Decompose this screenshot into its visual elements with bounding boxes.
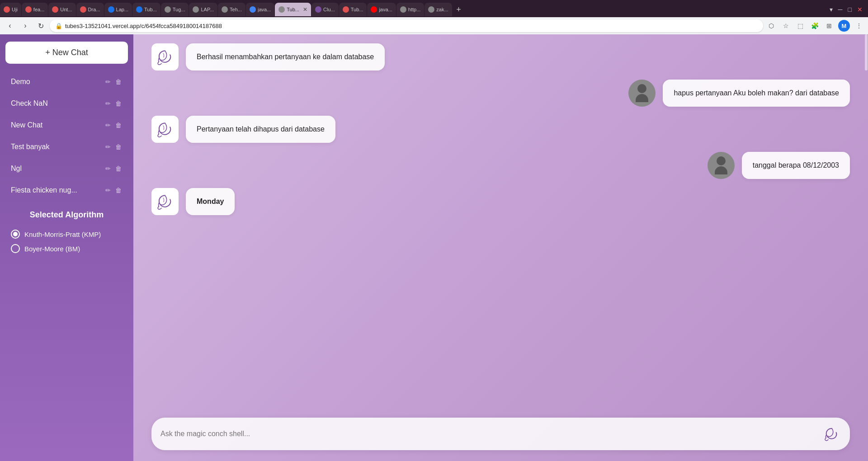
tab-favicon xyxy=(222,6,228,13)
tab-favicon xyxy=(250,6,256,13)
radio-bm[interactable] xyxy=(11,244,20,253)
radio-inner xyxy=(13,232,18,236)
tab-list-btn[interactable]: ▾ xyxy=(830,6,833,13)
tab-t9[interactable]: Teh... xyxy=(218,3,245,16)
edit-chat-btn[interactable]: ✏ xyxy=(104,164,112,173)
tab-label: Tub... xyxy=(144,7,157,12)
sidebar-item-demo[interactable]: Demo ✏ 🗑 xyxy=(5,71,128,93)
forward-button[interactable]: › xyxy=(19,19,32,32)
reload-button[interactable]: ↻ xyxy=(34,19,47,32)
tab-label: Clu... xyxy=(323,7,335,12)
maximize-btn[interactable]: □ xyxy=(848,6,852,13)
send-button[interactable] xyxy=(823,425,841,443)
cast-icon[interactable]: ⬡ xyxy=(766,20,777,31)
close-btn[interactable]: ✕ xyxy=(857,6,863,13)
chat-item-label: Check NaN xyxy=(11,99,101,108)
address-input[interactable]: 🔒 tubes3-13521041.vercel.app/c/6454fcca5… xyxy=(50,19,763,32)
tab-close-btn[interactable]: ✕ xyxy=(303,6,307,13)
tab-t12[interactable]: Clu... xyxy=(311,3,339,16)
minimize-btn[interactable]: ─ xyxy=(838,6,843,13)
sidebar: + New Chat Demo ✏ 🗑 Check NaN ✏ 🗑 New Ch… xyxy=(0,34,133,461)
chat-item-actions: ✏ 🗑 xyxy=(104,186,123,195)
tab-search-icon[interactable]: ⬚ xyxy=(795,20,806,31)
message-bubble: Monday xyxy=(186,188,235,215)
bookmark-icon[interactable]: ☆ xyxy=(780,20,791,31)
scrollbar[interactable] xyxy=(864,34,868,461)
tab-t7[interactable]: Tug... xyxy=(161,3,189,16)
chat-item-label: Demo xyxy=(11,78,101,86)
tab-controls: ▾ ─ □ ✕ xyxy=(830,6,868,13)
tab-label: Tub... xyxy=(351,7,363,12)
chat-item-actions: ✏ 🗑 xyxy=(104,121,123,130)
new-chat-button[interactable]: + New Chat xyxy=(5,42,128,64)
algorithm-label-kmp: Knuth-Morris-Pratt (KMP) xyxy=(24,230,101,238)
menu-icon[interactable]: ⋮ xyxy=(854,20,864,31)
tab-t6[interactable]: Tub... xyxy=(132,3,160,16)
sidebar-item-check-nan[interactable]: Check NaN ✏ 🗑 xyxy=(5,93,128,114)
delete-chat-btn[interactable]: 🗑 xyxy=(114,186,123,195)
tab-t11[interactable]: Tub... ✕ xyxy=(275,3,311,16)
tab-t13[interactable]: Tub... xyxy=(339,3,367,16)
chat-input[interactable] xyxy=(160,430,817,438)
edit-chat-btn[interactable]: ✏ xyxy=(104,121,112,130)
tab-t1[interactable]: Uji xyxy=(0,3,21,16)
sidebar-item-ngl[interactable]: Ngl ✏ 🗑 xyxy=(5,158,128,179)
tab-t3[interactable]: Unt... xyxy=(48,3,75,16)
delete-chat-btn[interactable]: 🗑 xyxy=(114,142,123,151)
tab-label: java... xyxy=(258,7,271,12)
tab-favicon xyxy=(428,6,434,13)
sidebar-item-test-banyak[interactable]: Test banyak ✏ 🗑 xyxy=(5,136,128,158)
message-row-m2: hapus pertanyaan Aku boleh makan? dari d… xyxy=(151,80,850,107)
tab-label: fea... xyxy=(33,7,44,12)
chat-item-actions: ✏ 🗑 xyxy=(104,77,123,86)
chat-main: Berhasil menambahkan pertanyaan ke dalam… xyxy=(133,34,868,461)
sidebar-item-new-chat[interactable]: New Chat ✏ 🗑 xyxy=(5,114,128,136)
tab-label: zak... xyxy=(436,7,448,12)
tab-favicon xyxy=(315,6,321,13)
radio-kmp[interactable] xyxy=(11,230,20,239)
chat-item-label: Test banyak xyxy=(11,143,101,151)
scrollbar-thumb[interactable] xyxy=(865,34,868,71)
tab-t4[interactable]: Dra... xyxy=(76,3,104,16)
algorithm-option-kmp[interactable]: Knuth-Morris-Pratt (KMP) xyxy=(5,227,128,241)
edit-chat-btn[interactable]: ✏ xyxy=(104,186,112,195)
tab-t14[interactable]: java... xyxy=(367,3,396,16)
delete-chat-btn[interactable]: 🗑 xyxy=(114,77,123,86)
delete-chat-btn[interactable]: 🗑 xyxy=(114,164,123,173)
delete-chat-btn[interactable]: 🗑 xyxy=(114,121,123,130)
delete-chat-btn[interactable]: 🗑 xyxy=(114,99,123,108)
chat-item-actions: ✏ 🗑 xyxy=(104,142,123,151)
chat-item-actions: ✏ 🗑 xyxy=(104,99,123,108)
tab-label: Tub... xyxy=(287,7,299,12)
bot-avatar xyxy=(151,116,179,143)
message-bubble: hapus pertanyaan Aku boleh makan? dari d… xyxy=(663,80,850,107)
tab-t10[interactable]: java... xyxy=(246,3,274,16)
user-figure xyxy=(715,156,727,174)
user-figure xyxy=(636,84,648,102)
user-body xyxy=(715,166,727,174)
tab-favicon xyxy=(400,6,406,13)
extensions-icon[interactable]: 🧩 xyxy=(809,20,820,31)
back-button[interactable]: ‹ xyxy=(4,19,16,32)
sidebar-item-fiesta[interactable]: Fiesta chicken nug... ✏ 🗑 xyxy=(5,179,128,201)
new-tab-button[interactable]: + xyxy=(453,3,465,16)
algorithm-label-bm: Boyer-Moore (BM) xyxy=(24,245,80,253)
address-right-icons: ⬡ ☆ ⬚ 🧩 ⊞ M ⋮ xyxy=(766,20,864,32)
algorithm-option-bm[interactable]: Boyer-Moore (BM) xyxy=(5,241,128,256)
messages-area: Berhasil menambahkan pertanyaan ke dalam… xyxy=(133,34,868,410)
edit-chat-btn[interactable]: ✏ xyxy=(104,142,112,151)
tab-t5[interactable]: Lap... xyxy=(104,3,132,16)
edit-chat-btn[interactable]: ✏ xyxy=(104,77,112,86)
edit-chat-btn[interactable]: ✏ xyxy=(104,99,112,108)
tab-t8[interactable]: LAP... xyxy=(189,3,217,16)
tab-t2[interactable]: fea... xyxy=(22,3,48,16)
tab-favicon xyxy=(193,6,199,13)
algorithm-options: Knuth-Morris-Pratt (KMP) Boyer-Moore (BM… xyxy=(5,227,128,256)
user-avatar-btn[interactable]: M xyxy=(838,20,850,32)
tab-label: Dra... xyxy=(88,7,100,12)
input-area xyxy=(133,410,868,461)
tab-t15[interactable]: http... xyxy=(396,3,425,16)
tab-t16[interactable]: zak... xyxy=(425,3,452,16)
message-row-m1: Berhasil menambahkan pertanyaan ke dalam… xyxy=(151,43,850,71)
profile-icon[interactable]: ⊞ xyxy=(824,20,835,31)
